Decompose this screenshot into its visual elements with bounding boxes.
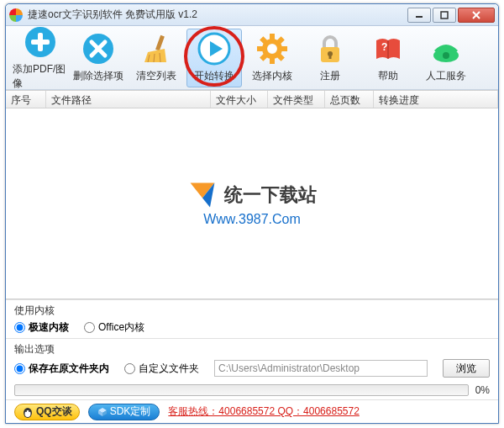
bottom-bar: QQ交谈 SDK定制 客服热线：4006685572 QQ：4006685572: [6, 399, 498, 423]
start-convert-button[interactable]: 开始转换: [186, 29, 242, 87]
output-panel: 输出选项 保存在原文件夹内 自定义文件夹 浏览: [6, 338, 498, 381]
svg-rect-19: [257, 46, 264, 51]
app-icon: [9, 8, 23, 22]
kernel-panel-title: 使用内核: [14, 304, 490, 318]
output-path-input[interactable]: [214, 360, 428, 377]
kernel-panel: 使用内核 极速内核 Office内核: [6, 299, 498, 338]
kernel-office-radio[interactable]: Office内核: [84, 320, 144, 335]
svg-point-31: [443, 52, 449, 59]
svg-rect-18: [270, 57, 275, 64]
service-button[interactable]: 人工服务: [418, 29, 474, 87]
svg-point-37: [29, 410, 30, 412]
phone-icon: [429, 32, 463, 66]
output-same-folder-radio[interactable]: 保存在原文件夹内: [14, 362, 109, 376]
titlebar: 捷速ocr文字识别软件 免费试用版 v1.2: [6, 4, 498, 26]
register-button[interactable]: 注册: [302, 29, 358, 87]
qq-icon: [22, 406, 34, 418]
broom-icon: [139, 32, 173, 66]
help-button[interactable]: ? 帮助: [360, 29, 416, 87]
svg-rect-20: [281, 46, 287, 51]
svg-rect-10: [155, 35, 165, 51]
progress-percent: 0%: [475, 384, 490, 396]
col-pages[interactable]: 总页数: [325, 91, 374, 108]
col-progress[interactable]: 转换进度: [374, 91, 498, 108]
plus-icon: [24, 25, 57, 59]
hotline-link[interactable]: 客服热线：4006685572 QQ：4006685572: [168, 404, 359, 419]
watermark-logo-icon: [187, 180, 218, 210]
output-custom-folder-radio[interactable]: 自定义文件夹: [124, 362, 199, 376]
file-list[interactable]: 统一下载站 Www.3987.Com: [6, 108, 498, 299]
cube-icon: [97, 407, 108, 417]
add-file-button[interactable]: 添加PDF/图像: [13, 29, 68, 87]
kernel-fast-radio[interactable]: 极速内核: [14, 320, 69, 335]
toolbar: 添加PDF/图像 删除选择项 清空列表 开始转换 选择内核 注册 ? 帮助: [6, 26, 498, 90]
svg-rect-28: [329, 55, 332, 59]
watermark: 统一下载站 Www.3987.Com: [187, 180, 317, 227]
output-panel-title: 输出选项: [14, 342, 490, 357]
browse-button[interactable]: 浏览: [443, 359, 490, 378]
window-title: 捷速ocr文字识别软件 免费试用版 v1.2: [28, 8, 406, 22]
svg-rect-1: [441, 12, 448, 18]
table-header: 序号 文件路径 文件大小 文件类型 总页数 转换进度: [6, 90, 498, 108]
svg-rect-17: [270, 34, 275, 40]
svg-point-36: [25, 410, 27, 412]
col-size[interactable]: 文件大小: [211, 91, 268, 108]
qq-chat-button[interactable]: QQ交谈: [14, 404, 80, 420]
progress-row: 0%: [6, 381, 498, 399]
col-type[interactable]: 文件类型: [268, 91, 325, 108]
select-kernel-button[interactable]: 选择内核: [244, 29, 300, 87]
play-icon: [197, 32, 231, 66]
sdk-button[interactable]: SDK定制: [88, 404, 160, 420]
lock-icon: [313, 32, 347, 66]
minimize-button[interactable]: [407, 8, 431, 23]
close-button[interactable]: [458, 8, 495, 23]
book-icon: ?: [371, 32, 405, 66]
progress-bar: [14, 384, 469, 396]
svg-text:?: ?: [381, 41, 387, 53]
svg-point-25: [268, 45, 276, 53]
app-window: 捷速ocr文字识别软件 免费试用版 v1.2 添加PDF/图像 删除选择项 清空…: [5, 3, 499, 424]
clear-button[interactable]: 清空列表: [129, 29, 184, 87]
svg-rect-6: [31, 40, 50, 45]
remove-button[interactable]: 删除选择项: [71, 29, 126, 87]
maximize-button[interactable]: [433, 8, 456, 23]
x-icon: [81, 32, 115, 66]
col-path[interactable]: 文件路径: [46, 91, 211, 108]
gear-icon: [255, 32, 289, 66]
col-index[interactable]: 序号: [6, 91, 46, 108]
